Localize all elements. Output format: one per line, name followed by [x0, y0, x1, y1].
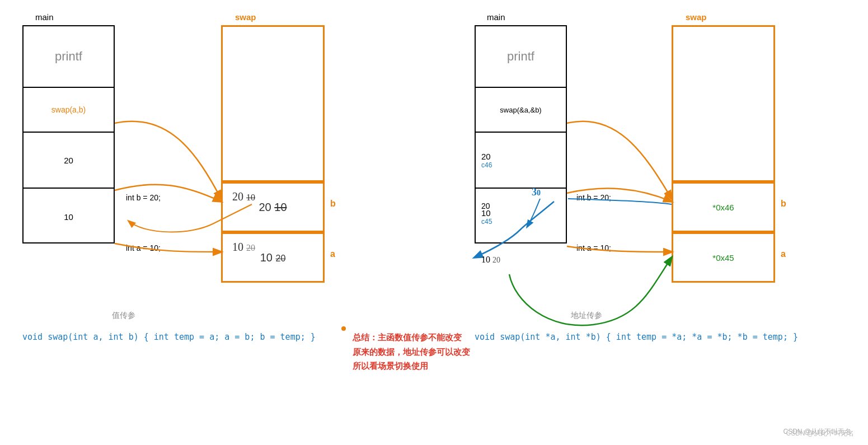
- left-int-a-label: int a = 10;: [126, 243, 161, 252]
- left-swap-label: swap: [235, 12, 256, 22]
- right-ox46: *0x46: [712, 203, 734, 212]
- left-a-handwritten: 10 20: [232, 241, 255, 254]
- right-val20-cell: 20 c46: [476, 133, 566, 189]
- left-b-label: b: [330, 199, 336, 209]
- right-swap-stack-top: [672, 25, 775, 182]
- left-caption: 值传参: [112, 311, 135, 321]
- right-int-a-label: int a = 10;: [576, 243, 611, 252]
- left-swap-a-val: 10 20: [260, 251, 286, 264]
- right-main-10-20: 10 20: [481, 255, 500, 265]
- csdn-watermark: CSDN @从此不叫无名: [786, 429, 854, 438]
- left-main-stack: printf swap(a,b) 20 10: [22, 25, 115, 243]
- left-arrow-swap-to-b: [115, 121, 221, 199]
- right-main-label: main: [487, 12, 505, 22]
- right-ox45: *0x45: [712, 253, 734, 263]
- right-swap-b-cell: *0x46: [672, 182, 775, 232]
- left-val10-cell: 10: [24, 189, 114, 245]
- right-val10-cell: 10 c45: [476, 189, 566, 245]
- right-arrow-swap-to-b: [567, 121, 672, 199]
- right-main-stack: printf swap(&a,&b) 20 c46 10 c45: [475, 25, 567, 243]
- left-swap-call: swap(a,b): [51, 105, 86, 114]
- left-code: void swap(int a, int b) { int temp = a; …: [22, 330, 316, 344]
- left-swap-b-val: 20 10: [259, 201, 287, 214]
- right-printf-cell: printf: [476, 26, 566, 88]
- right-30-label: 30: [532, 186, 541, 198]
- left-swap-call-cell: swap(a,b): [24, 88, 114, 133]
- left-printf-cell: printf: [24, 26, 114, 88]
- summary-dot: [341, 326, 346, 331]
- left-main-label: main: [35, 12, 54, 22]
- right-a-label: a: [781, 249, 786, 259]
- left-int-b-label: int b = 20;: [126, 193, 161, 202]
- summary-text: 总结：主函数值传参不能改变 原来的数据，地址传参可以改变 所以看场景切换使用: [353, 330, 470, 373]
- left-swap-a-cell: 10 20: [221, 232, 325, 283]
- left-swap-b-cell: 20 10: [221, 182, 325, 232]
- right-code: void swap(int *a, int *b) { int temp = *…: [475, 330, 798, 344]
- left-a-label: a: [330, 249, 335, 259]
- left-swap-stack-top: [221, 25, 325, 182]
- right-swap-call-cell: swap(&a,&b): [476, 88, 566, 133]
- right-swap-label: swap: [686, 12, 707, 22]
- right-caption: 地址传参: [571, 311, 602, 321]
- left-b-handwritten: 20 10: [232, 190, 255, 203]
- right-int-b-label: int b = 20;: [576, 193, 611, 202]
- left-val20-cell: 20: [24, 133, 114, 189]
- right-addr45: c45: [481, 218, 492, 226]
- right-addr46: c46: [481, 161, 492, 169]
- right-swap-a-cell: *0x45: [672, 232, 775, 283]
- right-main-20: 20: [481, 202, 490, 210]
- right-swap-call: swap(&a,&b): [500, 106, 541, 114]
- right-b-label: b: [781, 199, 786, 209]
